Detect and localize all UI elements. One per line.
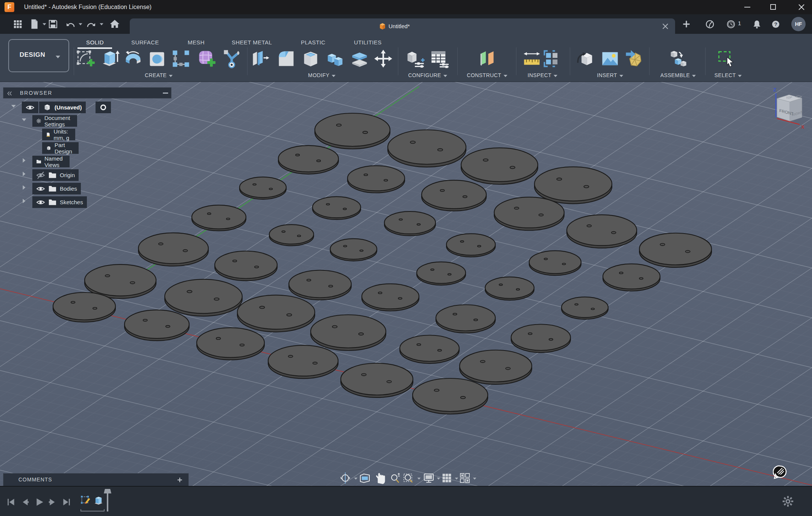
undo-menu-caret-icon[interactable] <box>79 23 82 26</box>
pan-button[interactable] <box>374 472 386 484</box>
play-button[interactable] <box>35 497 44 507</box>
maximize-button[interactable] <box>765 0 782 14</box>
body-disk[interactable] <box>215 251 277 281</box>
collapsed-caret-icon[interactable] <box>23 185 26 190</box>
select-button[interactable] <box>717 49 736 68</box>
body-disk[interactable] <box>446 234 495 257</box>
fillet-button[interactable] <box>276 49 296 68</box>
body-disk[interactable] <box>289 270 351 300</box>
body-disk[interactable] <box>494 197 564 230</box>
automated-modeling-button[interactable] <box>222 49 241 68</box>
body-disk[interactable] <box>461 148 538 184</box>
go-to-start-button[interactable] <box>6 497 16 507</box>
in-canvas-message-icon[interactable] <box>773 465 788 480</box>
grid-settings-caret-icon[interactable] <box>455 478 458 480</box>
workspace-switcher[interactable]: DESIGN <box>8 39 69 72</box>
body-disk[interactable] <box>511 324 571 352</box>
file-menu-caret-icon[interactable] <box>42 23 46 26</box>
hole-button[interactable] <box>147 49 167 68</box>
body-disk[interactable] <box>362 284 419 311</box>
browser-minimize-icon[interactable] <box>163 93 168 94</box>
insert-group-menu[interactable]: INSERT <box>576 72 644 80</box>
timeline-feature-extrude[interactable] <box>93 495 104 505</box>
zoom-button[interactable] <box>389 472 401 484</box>
browser-item-label[interactable]: Sketches <box>60 199 83 205</box>
tab-plastic[interactable]: PLASTIC <box>301 37 325 48</box>
section-analysis-button[interactable] <box>542 49 562 68</box>
body-disk[interactable] <box>384 211 436 236</box>
construction-plane-button[interactable] <box>477 49 497 68</box>
body-disk[interactable] <box>567 215 637 248</box>
file-new-icon[interactable] <box>29 18 40 30</box>
rectangular-pattern-button[interactable] <box>171 49 191 68</box>
body-disk[interactable] <box>313 197 361 220</box>
body-disk[interactable] <box>388 130 466 167</box>
measure-button[interactable] <box>522 49 542 68</box>
tab-close-icon[interactable] <box>661 22 670 31</box>
configuration-button[interactable] <box>405 49 425 68</box>
insert-mesh-button[interactable] <box>625 49 644 68</box>
add-comment-icon[interactable] <box>176 477 183 483</box>
browser-item-label[interactable]: Bodies <box>60 185 77 192</box>
notifications-bell-icon[interactable] <box>752 19 762 29</box>
timeline-settings-gear-icon[interactable] <box>782 495 794 508</box>
body-disk[interactable] <box>165 279 242 316</box>
browser-collapse-icon[interactable] <box>6 90 13 97</box>
tab-solid[interactable]: SOLID <box>86 37 104 48</box>
browser-item-label[interactable]: (Unsaved) <box>55 104 82 111</box>
browser-item-label[interactable]: Document Settings <box>44 115 73 127</box>
move-copy-button[interactable] <box>373 49 393 68</box>
timeline-playhead[interactable] <box>107 492 108 511</box>
save-icon[interactable] <box>47 18 59 30</box>
body-disk[interactable] <box>485 277 534 300</box>
tab-surface[interactable]: SURFACE <box>131 37 159 48</box>
go-to-end-button[interactable] <box>62 497 71 507</box>
collapsed-caret-icon[interactable] <box>23 199 26 203</box>
browser-item-label[interactable]: Origin <box>60 172 75 178</box>
help-icon[interactable] <box>771 19 781 29</box>
configure-group-menu[interactable]: CONFIGURE <box>399 72 456 80</box>
expand-caret-icon[interactable] <box>22 118 26 121</box>
avatar[interactable]: HF <box>791 17 806 31</box>
minimize-button[interactable] <box>739 0 756 14</box>
ground-toggle[interactable] <box>96 102 111 113</box>
orbit-caret-icon[interactable] <box>354 478 358 480</box>
body-disk[interactable] <box>341 363 413 398</box>
collapsed-caret-icon[interactable] <box>23 158 26 163</box>
create-group-menu[interactable]: CREATE <box>76 72 241 80</box>
configuration-table-button[interactable] <box>430 49 449 68</box>
undo-icon[interactable] <box>65 18 76 30</box>
step-back-button[interactable] <box>20 497 30 507</box>
body-disk[interactable] <box>562 297 608 319</box>
extensions-icon[interactable] <box>705 19 715 29</box>
tab-mesh[interactable]: MESH <box>188 37 205 48</box>
body-disk[interactable] <box>529 251 581 276</box>
grid-settings-button[interactable] <box>441 472 453 484</box>
tab-utilities[interactable]: UTILITIES <box>354 37 382 48</box>
browser-item-label[interactable]: Part Design <box>55 142 75 155</box>
modify-group-menu[interactable]: MODIFY <box>250 72 393 80</box>
body-disk[interactable] <box>278 146 338 174</box>
display-settings-caret-icon[interactable] <box>437 478 440 480</box>
browser-item-label[interactable]: Named Views <box>44 155 66 168</box>
body-disk[interactable] <box>534 167 612 204</box>
redo-menu-caret-icon[interactable] <box>100 23 103 26</box>
browser-header[interactable]: BROWSER <box>3 87 172 99</box>
step-forward-button[interactable] <box>47 497 57 507</box>
body-disk[interactable] <box>53 292 115 322</box>
derive-button[interactable] <box>576 49 595 68</box>
viewports-caret-icon[interactable] <box>473 478 477 480</box>
viewports-button[interactable] <box>459 472 471 484</box>
body-disk[interactable] <box>400 335 459 363</box>
app-grid-icon[interactable] <box>12 18 23 30</box>
press-pull-button[interactable] <box>250 49 270 68</box>
timeline-feature-sketch[interactable] <box>80 495 91 505</box>
home-icon[interactable] <box>109 18 120 30</box>
shell-button[interactable] <box>301 49 320 68</box>
viewcube-right-face[interactable] <box>790 98 802 121</box>
body-disk[interactable] <box>268 345 338 378</box>
assemble-group-menu[interactable]: ASSEMBLE <box>653 72 703 80</box>
select-group-menu[interactable]: SELECT <box>706 72 751 80</box>
body-disk[interactable] <box>124 310 189 341</box>
body-disk[interactable] <box>639 233 712 267</box>
